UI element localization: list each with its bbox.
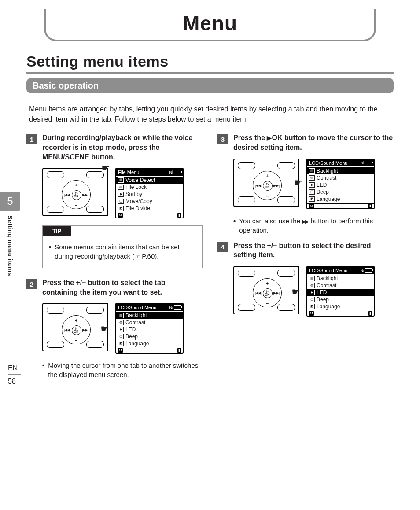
dpad-icon: + – ▷OK |◀◀ ▶▶| <box>62 315 91 344</box>
lcd-row: ▢Beep <box>116 333 183 340</box>
lcd-row-icon: ▢ <box>309 297 315 302</box>
tip-box: TIP • Some menus contain items that can … <box>42 225 203 268</box>
lcd-row: ◩Language <box>307 196 374 203</box>
language-code: EN <box>8 364 21 375</box>
lcd-row: ◍File Lock <box>116 184 183 191</box>
lcd-row-icon: ▤ <box>118 177 124 183</box>
right-column: 3 Press the OK button to move the cursor… <box>217 133 394 381</box>
lcd-row-label: Move/Copy <box>125 198 152 205</box>
step-3-diagram: + – ▷OK |◀◀ ▶▶| ☚ LCD/Sound Menu Ni ▤Bac… <box>233 159 394 209</box>
lcd-row-icon: ▢ <box>118 334 124 339</box>
lcd-row-label: Beep <box>317 188 329 196</box>
lcd-row-label: Language <box>125 340 149 347</box>
lcd-row: ▤Backlight <box>307 275 374 282</box>
lcd-row-icon: ◩ <box>309 196 315 202</box>
lcd-row: ▤Voice Detect <box>116 177 183 184</box>
lcd-row: ◍Contrast <box>116 319 183 326</box>
step-2: 2 Press the +/– button to select the tab… <box>26 278 203 297</box>
step-3-note: • You can also use the button to perform… <box>233 216 394 235</box>
lcd-sound-menu: LCD/Sound Menu Ni ▤Backlight◍Contrast▶LE… <box>115 303 184 354</box>
lcd-row-label: LED <box>317 181 327 188</box>
lcd-row: ◍Contrast <box>307 282 374 289</box>
lcd-row-label: Contrast <box>317 174 336 181</box>
lcd-row: ◩Language <box>116 340 183 347</box>
lcd-row-icon: ◍ <box>118 320 124 325</box>
lcd-row: ◍Contrast <box>307 174 374 181</box>
lcd-file-menu: File Menu Ni ▤Voice Detect◍File Lock▶Sor… <box>115 168 184 218</box>
step-number: 4 <box>217 242 228 252</box>
lcd-sound-menu: LCD/Sound Menu Ni ▤Backlight◍Contrast▶LE… <box>306 159 375 209</box>
lcd-row-label: Backlight <box>317 275 338 282</box>
lcd-row-icon: ◩ <box>118 341 124 346</box>
lcd-row: ▶LED <box>307 181 374 188</box>
battery-icon <box>174 170 181 174</box>
lcd-row-icon: ▶ <box>118 327 124 332</box>
lcd-row-label: LED <box>317 289 327 296</box>
page-ref-icon <box>134 252 140 260</box>
lcd-row-icon: ▶ <box>309 290 315 295</box>
lcd-row: ▤Backlight <box>307 167 374 174</box>
section-title: Setting menu items <box>26 53 394 70</box>
pointing-hand-icon: ☚ <box>291 286 300 298</box>
chapter-number-tab: 5 <box>0 192 20 211</box>
lcd-row-icon: ▤ <box>309 168 315 174</box>
step-4-diagram: + – ▷OK |◀◀ ▶▶| ☚ LCD/Sound Menu Ni ▤Bac… <box>233 266 394 317</box>
fast-forward-icon <box>302 217 309 225</box>
lcd-title-text: LCD/Sound Menu <box>309 268 347 273</box>
lcd-title-text: LCD/Sound Menu <box>309 160 347 166</box>
lcd-row-label: Beep <box>125 333 138 340</box>
subsection-bar: Basic operation <box>26 78 394 93</box>
lcd-row-icon: ▢ <box>309 189 315 195</box>
step-text: During recording/playback or while the v… <box>42 133 203 162</box>
battery-icon <box>365 161 372 165</box>
step-number: 1 <box>26 134 37 144</box>
lcd-row-label: Contrast <box>317 282 336 289</box>
lcd-row: ▢Beep <box>307 296 374 303</box>
lcd-row-label: Language <box>317 196 340 203</box>
lcd-row-label: Voice Detect <box>125 177 155 184</box>
dpad-icon: + – ▷OK |◀◀ ▶▶| <box>253 278 282 307</box>
lcd-list: ▤Backlight◍Contrast▶LED▢Beep◩Language <box>307 166 374 203</box>
page-footer: EN 58 <box>8 364 21 385</box>
lcd-sound-menu: LCD/Sound Menu Ni ▤Backlight◍Contrast▶LE… <box>306 266 375 317</box>
step-number: 2 <box>26 279 37 289</box>
step-4: 4 Press the +/– button to select the des… <box>217 241 394 260</box>
lcd-row: ▶Sort by <box>116 191 183 198</box>
step-number: 3 <box>217 134 228 144</box>
lcd-row-icon: ▶ <box>309 182 315 188</box>
lcd-title-text: LCD/Sound Menu <box>118 305 156 310</box>
lcd-row-label: Sort by <box>125 191 142 198</box>
lcd-row-icon: ◍ <box>309 175 315 181</box>
lcd-row: ◩File Divide <box>116 205 183 212</box>
lcd-row-icon: ◍ <box>118 185 124 190</box>
lcd-title-text: File Menu <box>118 170 139 175</box>
chapter-header: Menu <box>44 9 376 41</box>
pointing-hand-icon: ☚ <box>100 323 109 335</box>
pointing-hand-icon: ☚ <box>294 177 303 188</box>
lcd-row: ▶LED <box>307 289 374 296</box>
tip-label: TIP <box>43 226 71 236</box>
step-2-note: • Moving the cursor from one tab to anot… <box>42 361 203 379</box>
lcd-row: ◩Language <box>307 303 374 310</box>
lcd-row-label: LED <box>125 326 136 333</box>
lcd-row-label: Beep <box>317 296 329 303</box>
lcd-row-icon: ▢ <box>118 199 124 204</box>
battery-icon <box>174 305 181 310</box>
device-illustration: + – ▷OK |◀◀ ▶▶| ☚ <box>42 168 108 216</box>
lcd-list: ▤Voice Detect◍File Lock▶Sort by▢Move/Cop… <box>116 176 183 213</box>
divider <box>26 72 394 74</box>
side-section-label: Setting menu items <box>7 215 14 276</box>
lcd-row-label: Contrast <box>125 319 145 326</box>
lcd-list: ▤Backlight◍Contrast▶LED▢Beep◩Language <box>116 311 183 348</box>
step-text: Press the +/– button to select the tab c… <box>42 278 203 297</box>
lcd-row-label: Language <box>317 303 340 310</box>
device-illustration: + – ▷OK |◀◀ ▶▶| ☚ <box>233 159 299 207</box>
dpad-icon: + – ▷OK |◀◀ ▶▶| <box>62 180 91 209</box>
lcd-row-label: Backlight <box>125 312 147 319</box>
lcd-row: ▶LED <box>116 326 183 333</box>
chapter-title: Menu <box>46 11 374 35</box>
side-tab: 5 Setting menu items <box>0 192 20 276</box>
dpad-icon: + – ▷OK |◀◀ ▶▶| <box>253 171 282 200</box>
lcd-row: ▢Move/Copy <box>116 198 183 205</box>
lcd-row: ▤Backlight <box>116 312 183 319</box>
